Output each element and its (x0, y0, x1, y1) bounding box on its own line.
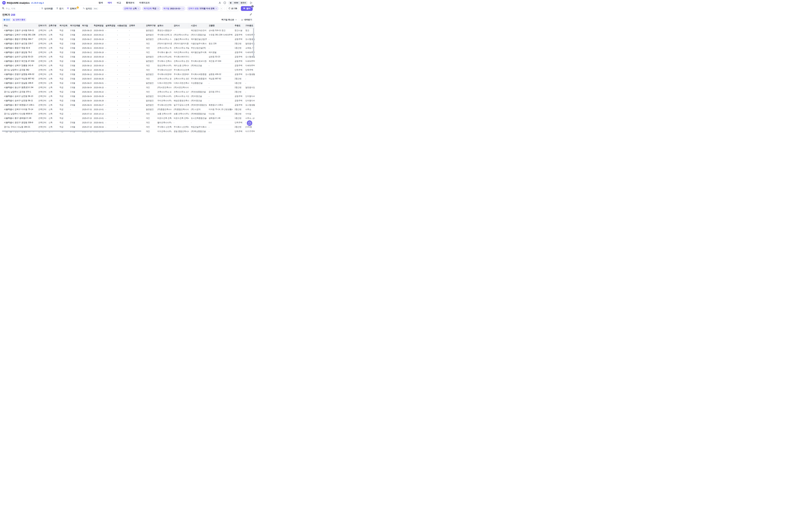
filter-chip-label: 허가단계 (144, 7, 152, 10)
filter-chip-label: 건축구분 (124, 7, 132, 10)
nav-tab-마켓리포트[interactable]: 마켓리포트 (139, 1, 150, 4)
table-row[interactable]: 서울특별시 강북구 수유동 391-236건축인허가신축착공1개월2025-08… (2, 33, 255, 37)
cell-건물명: - (207, 46, 233, 50)
table-row[interactable]: 서울특별시 광진구 광장동 339-8건축인허가신축착공2개월2025-07-2… (2, 120, 255, 125)
sort-dropdown[interactable]: 허가일 최신순 (222, 18, 237, 21)
divider (239, 2, 240, 4)
logout-icon[interactable] (250, 1, 252, 4)
cell-주용도: 1종근린 (233, 46, 243, 50)
cell-실제착공일: - (104, 77, 115, 81)
close-icon[interactable]: ✕ (182, 7, 184, 10)
cell-기타용도: 단지형다세대주택 (243, 94, 255, 98)
table-row[interactable]: 서울특별시 종로구 옥인동 47-334건축인허가신축착공1개월2025-08-… (2, 59, 255, 64)
cell-건축주구분: 개인 (144, 112, 155, 116)
cell-건물명: 회현동1가 106-1 (207, 103, 233, 107)
mode-tab-임대매물[interactable]: 임대매물 (41, 7, 53, 10)
table-row[interactable]: 서울특별시 성동구 용답동 79-2건축인허가신축착공1개월2025-08-22… (2, 50, 255, 55)
cell-허가단계: 착공 (58, 85, 68, 90)
table-row[interactable]: 서울특별시 강북구 미아동 70-14건축인허가신축착공-2025-07-312… (2, 107, 255, 112)
cell-설계사: 주식회사 선건축사사무소 (155, 125, 172, 129)
close-icon[interactable]: ✕ (216, 7, 217, 10)
table-row[interactable]: 서울특별시 중구 광희동2가 46건축인허가신축착공-2025-07-28202… (2, 116, 255, 120)
cell-허가일: 2025-08-04 (80, 85, 92, 90)
cell-건축구분: 신축 (47, 90, 58, 94)
cell-설계사: (주)종합건축사사무소... (155, 107, 172, 112)
filter-button[interactable]: 필터 2 (241, 6, 253, 11)
cell-주소: 서울특별시 강북구 미아동 70-14 (2, 107, 36, 112)
cell-건축구분: 신축 (47, 68, 58, 72)
more-options-icon[interactable] (223, 1, 226, 4)
unit-currency-language-selector[interactable]: 평 KRW 한국어 (228, 1, 247, 5)
mode-tab-등기[interactable]: 등기 (56, 7, 63, 10)
reset-filters-button[interactable]: 초기화 (226, 6, 239, 11)
cell-주용도: 1종근린 (233, 116, 243, 120)
close-icon[interactable]: ✕ (157, 7, 159, 10)
filter-count-badge: 2 (251, 5, 254, 8)
table-row[interactable]: 서울특별시 강남구 역삼동 697-62건축인허가신축착공2개월2025-08-… (2, 77, 255, 81)
vertical-scrollbar[interactable] (253, 28, 254, 57)
info-chip[interactable]: 안내 (2, 18, 11, 22)
table-row[interactable]: 서울특별시 송파구 삼전동 53-23건축인허가신축착공1개월2025-08-1… (2, 55, 255, 59)
cell-건축주구분: 일반법인 (144, 81, 155, 85)
cell-주용도: 단독주택 (233, 129, 243, 133)
cell-주소: 경기도 구리시 사노동 164-21 (2, 125, 36, 129)
cell-주용도: 공동주택 (233, 98, 243, 103)
table-row[interactable]: 서울특별시 강동구 성내동 516-11건축인허가신축착공1개월2025-08-… (2, 28, 255, 33)
table-row[interactable]: 서울특별시 중랑구 면목동 384-7건축인허가신축착공1개월2025-08-2… (2, 37, 255, 41)
cell-건축구분: 신축 (47, 112, 58, 116)
cell-허가일: 2025-08-11 (80, 72, 92, 77)
mode-label: 인허가 (70, 7, 76, 10)
logo[interactable]: RA RSQUARE Analytics v1.16.0-stg.3 (2, 1, 44, 5)
nav-tab-비교[interactable]: 비교 (117, 1, 121, 4)
table-row[interactable]: 서울특별시 성북구 정릉동 141-8건축인허가신축착공1개월2025-08-1… (2, 64, 255, 68)
close-icon[interactable]: ✕ (138, 7, 139, 10)
user-icon[interactable] (219, 1, 221, 4)
collapse-panel-icon[interactable] (250, 13, 252, 16)
cell-허가단계별 경과: 1개월 (68, 37, 80, 41)
table-row[interactable]: 서울특별시 용산구 원효로3가 94건축인허가신축착공1개월2025-08-04… (2, 85, 255, 90)
divider (39, 7, 40, 10)
cell-허가단계: 착공 (58, 98, 68, 103)
cell-착공예정일: 2025-09-15 (92, 59, 104, 64)
table-row[interactable]: 경기도 남양주시 금곡동 370-1건축인허가신축착공1개월2025-08-04… (2, 90, 255, 94)
column-header-기타용도: 기타용도 (243, 23, 255, 28)
table-row[interactable]: 서울특별시 종로구 숭인동 226-7건축인허가신축착공1개월2025-08-2… (2, 41, 255, 46)
filter-chip-건축구분[interactable]: 건축구분신축✕ (123, 6, 141, 11)
cell-인허가구분: 건축인허가 (36, 112, 47, 116)
cell-인허가구분: 건축인허가 (36, 120, 47, 125)
cell-건축주: - (127, 50, 144, 55)
table-row[interactable]: 서울특별시 송파구 삼전동 56-10건축인허가신축착공1개월2025-08-0… (2, 94, 255, 98)
table-row[interactable]: 서울특별시 송파구 삼전동 56-11건축인허가신축착공1개월2025-08-0… (2, 98, 255, 103)
cell-감리사: 비욘드건축 건축사사무소 (172, 116, 189, 120)
table-row[interactable]: 서울특별시 송파구 잠실동 196-9건축인허가신축착공1개월2025-08-0… (2, 81, 255, 85)
table-row[interactable]: 서울특별시 중구 회현동1가 106-1건축인허가신축착공2개월2025-08-… (2, 103, 255, 107)
nav-tab-통계분석[interactable]: 통계분석 (126, 1, 135, 4)
mode-tab-임차인[interactable]: 임차인Beta (83, 7, 98, 10)
table-row[interactable]: 경기도 구리시 사노동 164-21건축인허가신축착공1개월2025-07-28… (2, 125, 255, 129)
nav-tab-탐색[interactable]: 탐색 (99, 1, 103, 4)
cell-감리사: 건축사사무소 하늘 (172, 46, 189, 50)
filter-chips-overflow-button[interactable] (220, 7, 223, 10)
cell-건물명: 삼전동 53-23 (207, 55, 233, 59)
filter-chip-허가일[interactable]: 허가일2022-10-31~✕ (162, 6, 185, 11)
mode-tab-인허가[interactable]: 인허가N (67, 7, 79, 10)
cell-실제착공일: - (104, 50, 115, 55)
cell-허가일: 2025-08-22 (80, 46, 92, 50)
filter-chip-value: 2022-10-31~ (170, 7, 181, 10)
cell-설계사: 한성건축사사무소 (155, 64, 172, 68)
search-input[interactable] (6, 7, 33, 10)
filter-chip-허가단계[interactable]: 허가단계착공✕ (142, 6, 160, 11)
filter-chip-인허가 변동[interactable]: 인허가 변동12개월 이내 전체✕ (187, 6, 219, 11)
table-row[interactable]: 경기도 남양주시 다산동 6030-4건축인허가신축착공-2025-07-292… (2, 112, 255, 116)
help-button[interactable]: ? (247, 120, 252, 126)
cell-기타용도: 일반음식점 (243, 85, 255, 90)
download-button[interactable]: 내려받기 (241, 18, 252, 21)
horizontal-scrollbar[interactable] (2, 130, 141, 132)
nav-tab-테마[interactable]: 테마 (108, 1, 112, 4)
table-row[interactable]: 서울특별시 은평구 갈현동 406-32건축인허가신축착공1개월2025-08-… (2, 72, 255, 77)
cell-허가일: 2025-08-18 (80, 59, 92, 64)
cell-시공사: (주)디디종합건설 (189, 33, 207, 37)
table-row[interactable]: 경기도 남양주시 금곡동 362건축인허가신축착공1개월2025-08-1420… (2, 68, 255, 72)
permit-statistics-chip[interactable]: 인허가 통계 (12, 18, 26, 22)
table-row[interactable]: 서울특별시 중랑구 묵동 62-8건축인허가신축착공1개월2025-08-222… (2, 46, 255, 50)
